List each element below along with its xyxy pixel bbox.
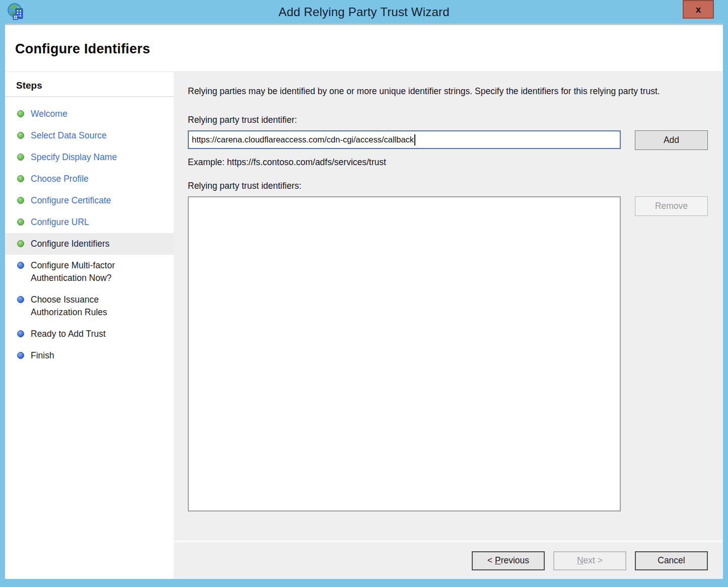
cancel-button[interactable]: Cancel [635,551,708,570]
step-done-bullet-icon [17,110,24,117]
sidebar-item-label: Configure Multi-factor Authentication No… [31,259,137,284]
sidebar-item-choose-issuance-rules[interactable]: Choose Issuance Authorization Rules [5,289,174,323]
sidebar-item-specify-display-name[interactable]: Specify Display Name [5,146,174,168]
step-pending-bullet-icon [17,262,24,269]
add-button[interactable]: Add [635,130,708,150]
sidebar-item-finish[interactable]: Finish [5,345,174,366]
previous-button-post: revious [501,555,529,565]
identifier-label: Relying party trust identifier: [188,115,708,125]
sidebar-item-select-data-source[interactable]: Select Data Source [5,125,174,146]
sidebar-item-label: Configure URL [31,216,89,229]
sidebar-item-label: Select Data Source [31,129,107,142]
identifiers-list-label: Relying party trust identifiers: [188,181,708,191]
step-done-bullet-icon [17,197,24,204]
footer-bar: < Previous Next > Cancel [174,541,723,579]
sidebar-item-welcome[interactable]: Welcome [5,103,174,125]
step-done-bullet-icon [17,175,24,182]
step-done-bullet-icon [17,154,24,161]
sidebar-item-label: Finish [31,349,54,362]
wizard-frame: Configure Identifiers Steps Welcome Sele… [5,24,723,579]
previous-button[interactable]: < Previous [472,551,545,570]
identifier-input[interactable]: https://carena.cloudflareaccess.com/cdn-… [188,130,621,149]
next-button[interactable]: Next > [553,551,626,570]
sidebar-item-configure-certificate[interactable]: Configure Certificate [5,190,174,211]
step-pending-bullet-icon [17,296,24,303]
page-title: Configure Identifiers [15,41,723,57]
close-button[interactable]: x [683,0,714,19]
sidebar-item-label: Specify Display Name [31,151,117,164]
sidebar-item-ready-to-add-trust[interactable]: Ready to Add Trust [5,323,174,345]
sidebar-item-configure-identifiers[interactable]: Configure Identifiers [5,233,174,255]
identifier-input-value: https://carena.cloudflareaccess.com/cdn-… [192,135,414,144]
next-button-accel: N [577,555,584,565]
sidebar-item-choose-profile[interactable]: Choose Profile [5,168,174,190]
window-title: Add Relying Party Trust Wizard [0,5,728,19]
previous-button-pre: < [487,555,495,565]
steps-list: Welcome Select Data Source Specify Displ… [5,97,174,366]
sidebar-item-label: Configure Identifiers [31,238,110,250]
wizard-window: Add Relying Party Trust Wizard x Configu… [0,0,728,587]
step-pending-bullet-icon [17,352,24,359]
sidebar-item-label: Welcome [31,108,67,120]
description-text: Relying parties may be identified by one… [188,85,706,98]
sidebar-item-label: Configure Certificate [31,194,111,207]
step-current-bullet-icon [17,240,24,247]
previous-button-accel: P [495,555,501,565]
remove-button[interactable]: Remove [635,196,708,216]
next-button-post: ext > [584,555,603,565]
example-text: Example: https://fs.contoso.com/adfs/ser… [188,157,708,168]
wizard-header: Configure Identifiers [5,24,723,71]
sidebar-item-label: Choose Issuance Authorization Rules [31,293,137,319]
steps-header: Steps [5,75,174,97]
sidebar-item-label: Ready to Add Trust [31,328,106,340]
steps-sidebar: Steps Welcome Select Data Source Specify… [5,71,174,579]
step-done-bullet-icon [17,218,24,226]
adfs-app-icon [7,3,26,22]
identifiers-listbox[interactable] [188,196,621,511]
step-pending-bullet-icon [17,330,24,337]
sidebar-item-configure-url[interactable]: Configure URL [5,211,174,233]
sidebar-item-configure-mfa[interactable]: Configure Multi-factor Authentication No… [5,255,174,289]
step-done-bullet-icon [17,132,24,139]
text-caret [414,134,415,145]
titlebar: Add Relying Party Trust Wizard x [0,0,728,24]
content-panel: Relying parties may be identified by one… [174,72,723,541]
sidebar-item-label: Choose Profile [31,173,89,185]
